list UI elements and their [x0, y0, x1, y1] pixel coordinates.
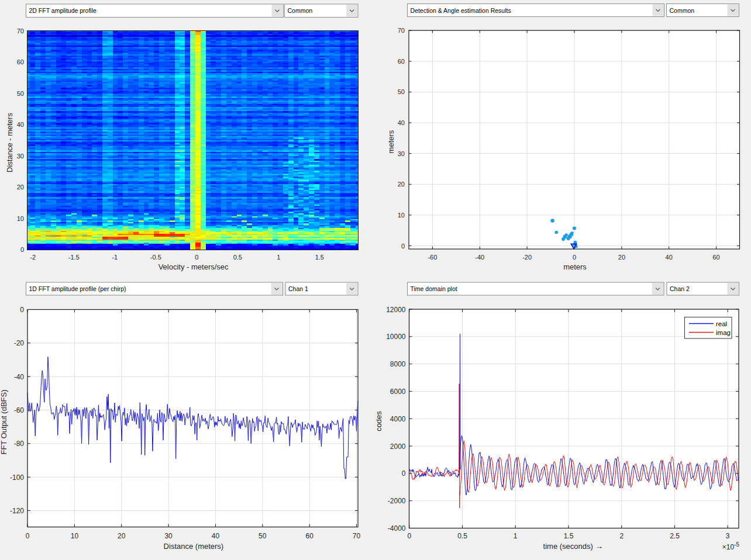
svg-text:codes: codes: [374, 411, 383, 431]
svg-text:10: 10: [71, 532, 79, 540]
svg-text:20: 20: [118, 532, 126, 540]
svg-text:0: 0: [573, 254, 576, 261]
svg-text:60: 60: [17, 58, 24, 65]
svg-text:70: 70: [17, 27, 24, 34]
svg-text:50: 50: [259, 532, 267, 540]
svg-text:-20: -20: [522, 254, 532, 261]
svg-text:3: 3: [726, 532, 730, 540]
svg-text:-0.5: -0.5: [150, 254, 161, 261]
svg-text:-20: -20: [14, 339, 25, 347]
svg-text:meters: meters: [563, 262, 587, 271]
svg-text:Chan 1: Chan 1: [288, 285, 308, 292]
svg-text:-1: -1: [112, 254, 118, 261]
svg-text:0: 0: [20, 306, 24, 314]
svg-text:1: 1: [277, 254, 280, 261]
svg-text:0.5: 0.5: [457, 532, 467, 540]
svg-text:12000: 12000: [386, 306, 406, 314]
svg-text:50: 50: [398, 88, 405, 95]
svg-text:time (seconds) →: time (seconds) →: [543, 541, 604, 551]
svg-text:-60: -60: [428, 254, 437, 261]
svg-text:0.5: 0.5: [233, 254, 242, 261]
svg-text:6000: 6000: [390, 388, 406, 396]
svg-text:0: 0: [26, 532, 30, 540]
svg-text:0: 0: [195, 254, 198, 261]
svg-text:10: 10: [398, 212, 405, 219]
svg-text:30: 30: [164, 532, 173, 540]
svg-text:-2: -2: [30, 254, 36, 261]
svg-text:70: 70: [353, 532, 361, 540]
svg-text:FFT Output (dBFS): FFT Output (dBFS): [0, 389, 8, 454]
svg-text:40: 40: [17, 121, 24, 128]
svg-text:-1.5: -1.5: [68, 254, 80, 261]
svg-text:1D FFT amplitude profile (per: 1D FFT amplitude profile (per chirp): [29, 285, 126, 292]
svg-text:2.5: 2.5: [670, 532, 680, 540]
svg-text:20: 20: [398, 181, 405, 188]
svg-text:2000: 2000: [390, 443, 406, 451]
svg-text:Detection & Angle estimation R: Detection & Angle estimation Results: [411, 7, 511, 14]
svg-text:8000: 8000: [390, 360, 406, 368]
svg-text:20: 20: [618, 254, 625, 261]
svg-text:-4000: -4000: [388, 524, 406, 533]
svg-text:2D FFT amplitude profile: 2D FFT amplitude profile: [29, 7, 97, 14]
svg-text:-40: -40: [475, 254, 484, 261]
svg-text:-60: -60: [14, 406, 25, 414]
svg-text:×10-5: ×10-5: [722, 541, 740, 552]
svg-text:0: 0: [402, 469, 406, 478]
svg-text:real: real: [716, 320, 727, 327]
svg-text:1: 1: [514, 532, 518, 540]
svg-text:1.5: 1.5: [564, 532, 574, 540]
svg-text:40: 40: [666, 254, 673, 261]
svg-text:0: 0: [20, 246, 24, 253]
svg-text:70: 70: [398, 27, 405, 34]
svg-text:Velocity - meters/sec: Velocity - meters/sec: [159, 262, 229, 271]
svg-text:Common: Common: [670, 7, 695, 14]
svg-text:-100: -100: [10, 473, 24, 482]
svg-text:-40: -40: [14, 373, 25, 381]
svg-text:30: 30: [398, 150, 405, 157]
svg-text:10: 10: [17, 215, 24, 222]
svg-text:60: 60: [306, 532, 314, 540]
svg-text:0: 0: [401, 243, 405, 250]
svg-text:4000: 4000: [390, 415, 406, 423]
svg-text:Chan 2: Chan 2: [670, 285, 690, 292]
svg-text:Time domain plot: Time domain plot: [411, 285, 457, 292]
svg-text:50: 50: [17, 90, 24, 97]
svg-text:Common: Common: [288, 7, 313, 14]
svg-text:Distance - meters: Distance - meters: [5, 113, 14, 172]
svg-text:60: 60: [712, 254, 719, 261]
svg-text:meters: meters: [387, 130, 395, 153]
svg-text:20: 20: [17, 184, 24, 191]
svg-text:-80: -80: [14, 440, 25, 448]
svg-text:40: 40: [212, 532, 220, 540]
svg-text:imag: imag: [716, 329, 731, 336]
svg-text:1.5: 1.5: [315, 254, 324, 261]
svg-text:Distance (meters): Distance (meters): [164, 542, 224, 551]
svg-text:60: 60: [398, 58, 405, 65]
svg-text:10000: 10000: [386, 333, 406, 341]
svg-text:-120: -120: [10, 507, 24, 515]
svg-text:30: 30: [17, 153, 24, 160]
svg-text:40: 40: [398, 119, 405, 126]
svg-text:-2000: -2000: [388, 497, 406, 505]
svg-text:2: 2: [619, 532, 623, 540]
svg-text:0: 0: [407, 532, 411, 540]
